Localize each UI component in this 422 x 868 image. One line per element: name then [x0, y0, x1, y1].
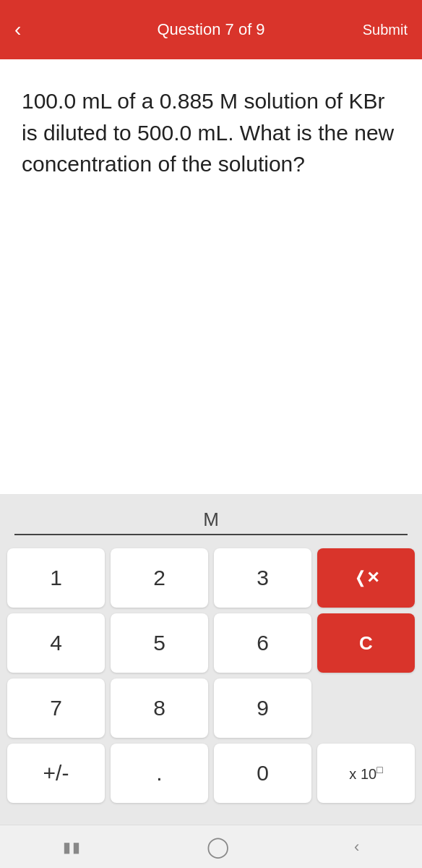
question-area: 100.0 mL of a 0.885 M solution of KBr is… [0, 59, 422, 494]
exponent-box: □ [376, 764, 382, 775]
header-title: Question 7 of 9 [157, 20, 264, 39]
input-display: M [0, 494, 422, 541]
key-1[interactable]: 1 [7, 548, 105, 608]
key-0[interactable]: 0 [214, 744, 311, 803]
key-2[interactable]: 2 [111, 548, 208, 608]
back-button[interactable]: ‹ [14, 18, 21, 41]
key-8[interactable]: 8 [111, 678, 208, 738]
pause-nav-icon[interactable]: ▮▮ [63, 838, 82, 856]
app-container: ‹ Question 7 of 9 Submit 100.0 mL of a 0… [0, 0, 422, 868]
input-line: M [14, 509, 408, 535]
key-sign[interactable]: +/- [7, 744, 105, 803]
key-exponent[interactable]: x 10□ [317, 744, 415, 803]
submit-button[interactable]: Submit [363, 22, 408, 38]
input-unit: M [203, 509, 219, 531]
key-3[interactable]: 3 [214, 548, 311, 608]
key-backspace[interactable]: ❬✕ [317, 548, 415, 608]
key-decimal[interactable]: . [111, 744, 208, 803]
bottom-nav: ▮▮ ◯ ‹ [0, 825, 422, 868]
keypad-grid: 1 2 3 ❬✕ 4 5 6 C 7 8 9 +/- . 0 [0, 541, 422, 825]
backspace-icon: ❬✕ [353, 569, 379, 587]
header: ‹ Question 7 of 9 Submit [0, 0, 422, 59]
question-text: 100.0 mL of a 0.885 M solution of KBr is… [22, 85, 400, 180]
empty-cell [317, 678, 415, 738]
main-content: 100.0 mL of a 0.885 M solution of KBr is… [0, 59, 422, 868]
key-4[interactable]: 4 [7, 613, 105, 673]
home-nav-icon[interactable]: ◯ [207, 835, 229, 859]
back-nav-icon[interactable]: ‹ [354, 838, 359, 856]
key-clear[interactable]: C [317, 613, 415, 673]
key-6[interactable]: 6 [214, 613, 311, 673]
key-7[interactable]: 7 [7, 678, 105, 738]
key-9[interactable]: 9 [214, 678, 311, 738]
exponent-label: x 10□ [349, 764, 382, 783]
key-5[interactable]: 5 [111, 613, 208, 673]
keypad-area: M 1 2 3 ❬✕ 4 5 6 C 7 8 9 [0, 494, 422, 868]
